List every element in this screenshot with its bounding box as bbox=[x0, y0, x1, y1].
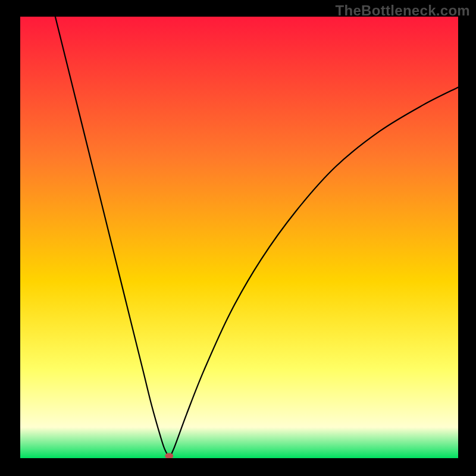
plot-background bbox=[20, 17, 458, 458]
watermark-text: TheBottleneck.com bbox=[336, 2, 470, 19]
curve-minimum-marker bbox=[165, 453, 173, 459]
chart-svg bbox=[0, 0, 476, 476]
chart-frame: TheBottleneck.com bbox=[0, 0, 476, 476]
